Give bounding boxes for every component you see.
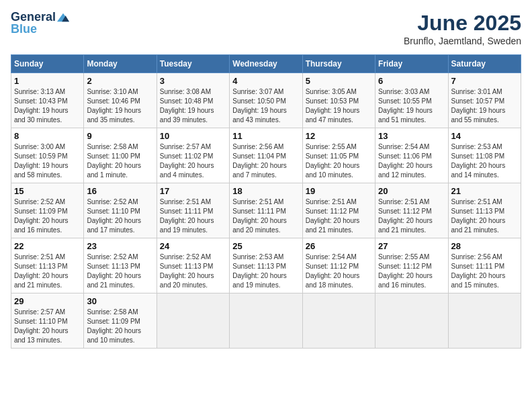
day-detail: Sunrise: 2:56 AMSunset: 11:11 PMDaylight… — [451, 253, 506, 289]
calendar-cell: 4 Sunrise: 3:07 AMSunset: 10:50 PMDaylig… — [230, 73, 302, 128]
calendar-cell: 12 Sunrise: 2:55 AMSunset: 11:05 PMDayli… — [302, 128, 375, 183]
day-detail: Sunrise: 2:54 AMSunset: 11:06 PMDaylight… — [378, 143, 433, 179]
day-detail: Sunrise: 2:51 AMSunset: 11:13 PMDaylight… — [14, 253, 69, 289]
calendar-cell: 19 Sunrise: 2:51 AMSunset: 11:12 PMDayli… — [302, 183, 375, 238]
day-number: 13 — [378, 131, 445, 141]
calendar-cell: 24 Sunrise: 2:52 AMSunset: 11:13 PMDayli… — [157, 238, 229, 293]
header-saturday: Saturday — [448, 55, 521, 73]
day-detail: Sunrise: 2:52 AMSunset: 11:13 PMDaylight… — [87, 253, 141, 289]
calendar-header-row: SundayMondayTuesdayWednesdayThursdayFrid… — [11, 55, 521, 73]
calendar-cell: 13 Sunrise: 2:54 AMSunset: 11:06 PMDayli… — [375, 128, 448, 183]
day-number: 20 — [378, 186, 445, 196]
day-number: 26 — [306, 241, 372, 251]
day-detail: Sunrise: 3:13 AMSunset: 10:43 PMDaylight… — [14, 88, 69, 124]
calendar-cell: 18 Sunrise: 2:51 AMSunset: 11:11 PMDayli… — [230, 183, 302, 238]
day-number: 29 — [14, 296, 81, 306]
day-number: 17 — [160, 186, 226, 196]
day-number: 24 — [160, 241, 226, 251]
day-detail: Sunrise: 2:55 AMSunset: 11:05 PMDaylight… — [306, 143, 360, 179]
calendar-cell: 20 Sunrise: 2:51 AMSunset: 11:12 PMDayli… — [375, 183, 448, 238]
day-number: 6 — [378, 76, 445, 86]
day-number: 23 — [87, 241, 153, 251]
day-number: 19 — [306, 186, 372, 196]
calendar-cell: 26 Sunrise: 2:54 AMSunset: 11:12 PMDayli… — [302, 238, 375, 293]
day-number: 22 — [14, 241, 81, 251]
header-friday: Friday — [375, 55, 448, 73]
calendar-cell: 6 Sunrise: 3:03 AMSunset: 10:55 PMDaylig… — [375, 73, 448, 128]
day-detail: Sunrise: 2:56 AMSunset: 11:04 PMDaylight… — [232, 143, 287, 179]
calendar-cell: 15 Sunrise: 2:52 AMSunset: 11:09 PMDayli… — [11, 183, 84, 238]
calendar-cell: 3 Sunrise: 3:08 AMSunset: 10:48 PMDaylig… — [157, 73, 229, 128]
header-tuesday: Tuesday — [157, 55, 229, 73]
calendar-table: SundayMondayTuesdayWednesdayThursdayFrid… — [11, 54, 521, 349]
day-detail: Sunrise: 2:51 AMSunset: 11:13 PMDaylight… — [451, 198, 506, 234]
day-number: 3 — [160, 76, 226, 86]
calendar-cell: 28 Sunrise: 2:56 AMSunset: 11:11 PMDayli… — [448, 238, 521, 293]
calendar-cell: 30 Sunrise: 2:58 AMSunset: 11:09 PMDayli… — [84, 293, 157, 349]
calendar-cell — [448, 293, 521, 349]
week-row-3: 15 Sunrise: 2:52 AMSunset: 11:09 PMDayli… — [11, 183, 521, 238]
week-row-4: 22 Sunrise: 2:51 AMSunset: 11:13 PMDayli… — [11, 238, 521, 293]
logo-icon — [57, 13, 69, 22]
day-detail: Sunrise: 3:05 AMSunset: 10:53 PMDaylight… — [306, 88, 360, 124]
day-number: 30 — [87, 296, 153, 306]
day-number: 1 — [14, 76, 81, 86]
calendar-cell: 29 Sunrise: 2:57 AMSunset: 11:10 PMDayli… — [11, 293, 84, 349]
day-number: 11 — [232, 131, 299, 141]
day-number: 8 — [14, 131, 81, 141]
day-detail: Sunrise: 2:53 AMSunset: 11:13 PMDaylight… — [232, 253, 287, 289]
calendar-cell: 17 Sunrise: 2:51 AMSunset: 11:11 PMDayli… — [157, 183, 229, 238]
page-header: General Blue June 2025 Brunflo, Jaemtlan… — [11, 11, 521, 46]
day-detail: Sunrise: 3:00 AMSunset: 10:59 PMDaylight… — [14, 143, 69, 179]
calendar-cell: 5 Sunrise: 3:05 AMSunset: 10:53 PMDaylig… — [302, 73, 375, 128]
week-row-5: 29 Sunrise: 2:57 AMSunset: 11:10 PMDayli… — [11, 293, 521, 349]
logo-blue: Blue — [11, 23, 37, 36]
header-monday: Monday — [84, 55, 157, 73]
location: Brunflo, Jaemtland, Sweden — [404, 36, 521, 46]
day-number: 2 — [87, 76, 153, 86]
day-number: 12 — [306, 131, 372, 141]
logo: General Blue — [11, 11, 69, 36]
day-detail: Sunrise: 2:52 AMSunset: 11:10 PMDaylight… — [87, 198, 141, 234]
day-number: 9 — [87, 131, 153, 141]
day-detail: Sunrise: 2:57 AMSunset: 11:10 PMDaylight… — [14, 308, 69, 344]
calendar-cell: 7 Sunrise: 3:01 AMSunset: 10:57 PMDaylig… — [448, 73, 521, 128]
calendar-cell — [302, 293, 375, 349]
day-detail: Sunrise: 3:03 AMSunset: 10:55 PMDaylight… — [378, 88, 433, 124]
day-number: 15 — [14, 186, 81, 196]
day-detail: Sunrise: 2:58 AMSunset: 11:00 PMDaylight… — [87, 143, 141, 179]
day-detail: Sunrise: 3:08 AMSunset: 10:48 PMDaylight… — [160, 88, 214, 124]
header-sunday: Sunday — [11, 55, 84, 73]
day-detail: Sunrise: 2:53 AMSunset: 11:08 PMDaylight… — [451, 143, 506, 179]
calendar-cell — [375, 293, 448, 349]
day-detail: Sunrise: 2:51 AMSunset: 11:11 PMDaylight… — [160, 198, 214, 234]
day-detail: Sunrise: 2:58 AMSunset: 11:09 PMDaylight… — [87, 308, 141, 344]
calendar-cell: 11 Sunrise: 2:56 AMSunset: 11:04 PMDayli… — [230, 128, 302, 183]
day-number: 5 — [306, 76, 372, 86]
calendar-cell — [230, 293, 302, 349]
day-detail: Sunrise: 2:51 AMSunset: 11:12 PMDaylight… — [306, 198, 360, 234]
day-number: 28 — [451, 241, 518, 251]
day-detail: Sunrise: 2:51 AMSunset: 11:11 PMDaylight… — [232, 198, 287, 234]
week-row-2: 8 Sunrise: 3:00 AMSunset: 10:59 PMDaylig… — [11, 128, 521, 183]
day-detail: Sunrise: 3:07 AMSunset: 10:50 PMDaylight… — [232, 88, 287, 124]
day-number: 7 — [451, 76, 518, 86]
calendar-cell — [157, 293, 229, 349]
month-title: June 2025 — [404, 11, 521, 36]
week-row-1: 1 Sunrise: 3:13 AMSunset: 10:43 PMDaylig… — [11, 73, 521, 128]
day-detail: Sunrise: 2:51 AMSunset: 11:12 PMDaylight… — [378, 198, 433, 234]
calendar-cell: 23 Sunrise: 2:52 AMSunset: 11:13 PMDayli… — [84, 238, 157, 293]
day-detail: Sunrise: 3:01 AMSunset: 10:57 PMDaylight… — [451, 88, 506, 124]
day-number: 25 — [232, 241, 299, 251]
calendar-cell: 27 Sunrise: 2:55 AMSunset: 11:12 PMDayli… — [375, 238, 448, 293]
header-thursday: Thursday — [302, 55, 375, 73]
day-number: 16 — [87, 186, 153, 196]
calendar-cell: 16 Sunrise: 2:52 AMSunset: 11:10 PMDayli… — [84, 183, 157, 238]
day-detail: Sunrise: 2:55 AMSunset: 11:12 PMDaylight… — [378, 253, 433, 289]
day-number: 27 — [378, 241, 445, 251]
header-wednesday: Wednesday — [230, 55, 302, 73]
calendar-cell: 14 Sunrise: 2:53 AMSunset: 11:08 PMDayli… — [448, 128, 521, 183]
calendar-cell: 2 Sunrise: 3:10 AMSunset: 10:46 PMDaylig… — [84, 73, 157, 128]
day-number: 18 — [232, 186, 299, 196]
calendar-cell: 21 Sunrise: 2:51 AMSunset: 11:13 PMDayli… — [448, 183, 521, 238]
